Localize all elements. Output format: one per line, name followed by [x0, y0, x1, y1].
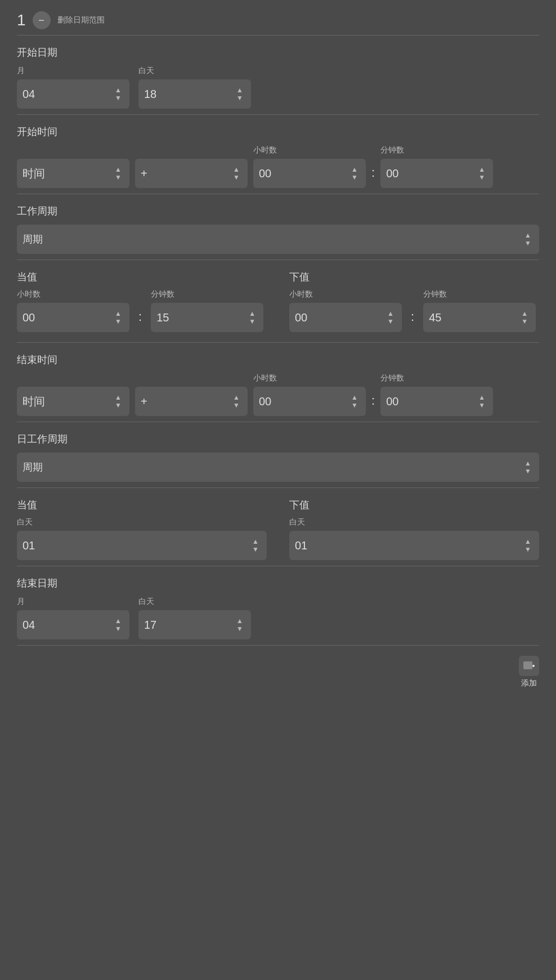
- start-time-divider: [17, 194, 539, 194]
- on-value-column: 当值 小时数 00 ▲ ▼ : 分钟数 15 ▲: [17, 270, 267, 337]
- on-hours-value: 00: [23, 311, 113, 324]
- off-minutes-up[interactable]: ▲: [519, 310, 530, 317]
- work-period-up[interactable]: ▲: [522, 232, 533, 239]
- start-month-spinner[interactable]: 04 ▲ ▼: [17, 79, 129, 109]
- on-minutes-up[interactable]: ▲: [246, 310, 258, 317]
- on-hours-spinner[interactable]: 00 ▲ ▼: [17, 303, 129, 332]
- day-work-period-up[interactable]: ▲: [522, 460, 533, 467]
- day-off-group: 白天 01 ▲ ▼: [289, 517, 539, 560]
- end-month-up[interactable]: ▲: [113, 617, 124, 624]
- day-work-period-divider: [17, 487, 539, 488]
- end-time-select[interactable]: 时间 ▲ ▼: [17, 387, 129, 416]
- start-time-select[interactable]: 时间 ▲ ▼: [17, 159, 129, 188]
- end-time-plus-down[interactable]: ▼: [231, 402, 242, 409]
- start-date-fields: 月 04 ▲ ▼ 白天 18 ▲ ▼: [17, 66, 539, 109]
- day-off-up[interactable]: ▲: [522, 538, 533, 545]
- off-hours-spinner[interactable]: 00 ▲ ▼: [289, 303, 402, 332]
- end-month-label: 月: [17, 597, 129, 607]
- start-minutes-down[interactable]: ▼: [476, 174, 487, 181]
- day-off-spinner[interactable]: 01 ▲ ▼: [289, 531, 539, 560]
- start-time-plus-down[interactable]: ▼: [231, 174, 242, 181]
- end-day-spinner[interactable]: 17 ▲ ▼: [138, 610, 251, 639]
- add-button[interactable]: 添加: [519, 656, 539, 688]
- end-hours-up[interactable]: ▲: [349, 394, 360, 401]
- end-day-down[interactable]: ▼: [234, 625, 245, 632]
- day-off-title: 下值: [289, 498, 539, 512]
- day-work-period-down[interactable]: ▼: [522, 468, 533, 475]
- work-period-value: 周期: [23, 232, 522, 246]
- end-minutes-down[interactable]: ▼: [476, 402, 487, 409]
- end-time-plus-up[interactable]: ▲: [231, 394, 242, 401]
- start-hours-arrows: ▲ ▼: [349, 166, 360, 181]
- day-work-period-value: 周期: [23, 460, 522, 474]
- end-time-label-val: 时间: [23, 394, 113, 409]
- start-time-down[interactable]: ▼: [113, 174, 124, 181]
- end-month-spinner[interactable]: 04 ▲ ▼: [17, 610, 129, 639]
- end-time-select-down[interactable]: ▼: [113, 402, 124, 409]
- end-month-down[interactable]: ▼: [113, 625, 124, 632]
- end-minutes-arrows: ▲ ▼: [476, 394, 487, 409]
- start-day-spinner[interactable]: 18 ▲ ▼: [138, 79, 251, 109]
- end-day-label: 白天: [138, 597, 251, 607]
- work-period-select[interactable]: 周期 ▲ ▼: [17, 225, 539, 254]
- start-minutes-group: 分钟数 00 ▲ ▼: [380, 145, 493, 188]
- start-time-title: 开始时间: [17, 125, 539, 138]
- start-hours-value: 00: [259, 167, 349, 180]
- day-on-spinner[interactable]: 01 ▲ ▼: [17, 531, 267, 560]
- off-minutes-arrows: ▲ ▼: [519, 310, 530, 325]
- add-btn-container: 添加: [17, 656, 539, 688]
- end-day-up[interactable]: ▲: [234, 617, 245, 624]
- start-hours-up[interactable]: ▲: [349, 166, 360, 173]
- end-minutes-label: 分钟数: [380, 373, 493, 383]
- end-minutes-up[interactable]: ▲: [476, 394, 487, 401]
- add-btn-label: 添加: [521, 678, 537, 688]
- start-time-plus-up[interactable]: ▲: [231, 166, 242, 173]
- day-work-period-title: 日工作周期: [17, 432, 539, 446]
- end-hours-value: 00: [259, 395, 349, 408]
- day-on-up[interactable]: ▲: [250, 538, 261, 545]
- off-hours-down[interactable]: ▼: [385, 318, 396, 325]
- start-day-up[interactable]: ▲: [234, 87, 245, 93]
- on-hours-down[interactable]: ▼: [113, 318, 124, 325]
- start-day-down[interactable]: ▼: [234, 95, 245, 101]
- work-period-down[interactable]: ▼: [522, 240, 533, 247]
- off-hours-arrows: ▲ ▼: [385, 310, 396, 325]
- day-work-period-arrows: ▲ ▼: [522, 460, 533, 475]
- day-off-down[interactable]: ▼: [522, 546, 533, 553]
- start-minutes-up[interactable]: ▲: [476, 166, 487, 173]
- on-minutes-down[interactable]: ▼: [246, 318, 258, 325]
- end-date-title: 结束日期: [17, 576, 539, 590]
- end-month-value: 04: [23, 619, 113, 632]
- start-time-colon: :: [371, 165, 375, 180]
- end-hours-spinner[interactable]: 00 ▲ ▼: [253, 387, 366, 416]
- day-on-down[interactable]: ▼: [250, 546, 261, 553]
- start-hours-down[interactable]: ▼: [349, 174, 360, 181]
- off-hours-up[interactable]: ▲: [385, 310, 396, 317]
- start-minutes-label: 分钟数: [380, 145, 493, 155]
- start-minutes-spinner[interactable]: 00 ▲ ▼: [380, 159, 493, 188]
- start-time-plus-spinner[interactable]: + ▲ ▼: [135, 159, 248, 188]
- end-time-select-up[interactable]: ▲: [113, 394, 124, 401]
- start-day-value: 18: [144, 88, 234, 101]
- on-minutes-spinner[interactable]: 15 ▲ ▼: [151, 303, 263, 332]
- off-colon: :: [411, 310, 414, 324]
- day-off-column: 下值 白天 01 ▲ ▼: [289, 498, 539, 560]
- off-value-title: 下值: [289, 270, 539, 284]
- off-minutes-spinner[interactable]: 45 ▲ ▼: [423, 303, 536, 332]
- start-hours-spinner[interactable]: 00 ▲ ▼: [253, 159, 366, 188]
- start-month-up[interactable]: ▲: [113, 87, 124, 93]
- start-month-down[interactable]: ▼: [113, 95, 124, 101]
- start-time-up[interactable]: ▲: [113, 166, 124, 173]
- end-time-plus-spinner[interactable]: + ▲ ▼: [135, 387, 248, 416]
- end-hours-down[interactable]: ▼: [349, 402, 360, 409]
- off-minutes-down[interactable]: ▼: [519, 318, 530, 325]
- start-time-select-arrows: ▲ ▼: [113, 166, 124, 181]
- add-icon: [519, 656, 539, 676]
- start-time-label-val: 时间: [23, 166, 113, 181]
- day-work-period-select[interactable]: 周期 ▲ ▼: [17, 453, 539, 482]
- end-minutes-spinner[interactable]: 00 ▲ ▼: [380, 387, 493, 416]
- on-hours-up[interactable]: ▲: [113, 310, 124, 317]
- start-month-arrows: ▲ ▼: [113, 87, 124, 101]
- off-value-fields: 小时数 00 ▲ ▼ : 分钟数 45 ▲ ▼: [289, 289, 539, 332]
- delete-button[interactable]: −: [33, 11, 51, 29]
